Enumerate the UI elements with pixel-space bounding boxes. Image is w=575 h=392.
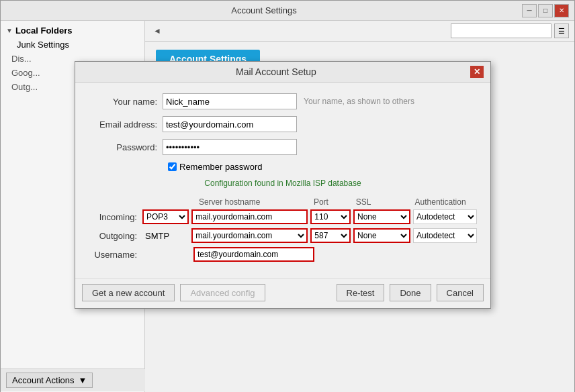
outgoing-server-row: Outgoing: SMTP mail.yourdomain.com 587 4… [89,228,477,243]
buttons-right: Re-test Done Cancel [337,284,484,301]
sidebar-item-junk-settings[interactable]: Junk Settings [1,38,144,52]
done-label: Done [400,288,421,298]
sidebar-item-label: Junk Settings [17,40,69,50]
name-label: Your name: [89,97,163,107]
password-input[interactable] [163,139,297,155]
incoming-label: Incoming: [89,212,142,222]
back-arrow-icon[interactable]: ◄ [150,25,164,37]
outgoing-port-select[interactable]: 587 465 25 [310,228,351,243]
advanced-config-label: Advanced config [190,288,255,298]
outgoing-auth-select[interactable]: Autodetect Normal password [413,228,477,243]
form-row-name: Your name: Your name, as shown to others [89,93,477,109]
mail-account-setup-modal: Mail Account Setup ✕ Your name: Your nam… [75,61,491,309]
sidebar-item-label: Local Folders [15,26,73,36]
username-label: Username: [89,250,142,260]
tree-expand-icon: ▼ [6,27,13,34]
modal-title: Mail Account Setup [82,66,470,77]
main-window: Account Settings ─ □ ✕ ▼ Local Folders J… [0,0,575,392]
search-input[interactable] [451,23,551,38]
cancel-button[interactable]: Cancel [437,284,484,301]
password-label: Password: [89,142,163,152]
incoming-hostname-input[interactable] [191,209,308,224]
email-input[interactable] [163,116,297,132]
modal-body: Your name: Your name, as shown to others… [75,83,490,278]
cancel-label: Cancel [447,288,474,298]
outgoing-label: Outgoing: [89,231,142,241]
incoming-port-select[interactable]: 110 995 [310,209,351,224]
account-actions-bar: Account Actions ▼ [1,369,145,391]
incoming-protocol-select[interactable]: POP3 IMAP [142,209,189,224]
incoming-server-row: Incoming: POP3 IMAP 110 995 None SSL/TLS… [89,209,477,224]
buttons-left: Get a new account Advanced config [82,284,265,301]
server-config-section: Server hostname Port SSL Authentication … [89,197,477,262]
name-input[interactable] [163,93,297,109]
minimize-button[interactable]: ─ [522,4,537,17]
email-label: Email address: [89,119,163,130]
toolbar-search: ☰ [451,23,569,38]
account-actions-button[interactable]: Account Actions ▼ [6,373,93,388]
done-button[interactable]: Done [390,284,431,301]
maximize-button[interactable]: □ [538,4,553,17]
col-header-protocol [149,197,199,207]
outgoing-hostname-select[interactable]: mail.yourdomain.com [191,228,308,243]
incoming-auth-select[interactable]: Autodetect Normal password [413,209,477,224]
sidebar-item-label: Outg... [11,82,38,92]
account-actions-arrow-icon: ▼ [79,375,87,385]
sidebar-item-local-folders[interactable]: ▼ Local Folders [1,23,144,38]
col-header-auth: Authentication [415,197,477,207]
outgoing-protocol-label: SMTP [142,231,189,241]
name-hint: Your name, as shown to others [304,97,414,106]
modal-close-button[interactable]: ✕ [470,66,484,78]
username-row: Username: [89,247,477,262]
title-bar: Account Settings ─ □ ✕ [1,1,574,21]
incoming-ssl-select[interactable]: None SSL/TLS STARTTLS [353,209,410,224]
col-header-hostname: Server hostname [199,197,314,207]
outgoing-ssl-select[interactable]: None SSL/TLS STARTTLS [353,228,410,243]
window-controls: ─ □ ✕ [522,4,569,17]
server-column-headers: Server hostname Port SSL Authentication [149,197,477,207]
col-header-port: Port [314,197,356,207]
retest-label: Re-test [347,288,375,298]
modal-title-bar: Mail Account Setup ✕ [75,62,490,83]
new-account-button[interactable]: Get a new account [82,284,175,301]
config-found-text: Configuration found in Mozilla ISP datab… [89,179,477,188]
toolbar: ◄ ☰ [145,21,574,42]
window-title: Account Settings [6,5,522,15]
form-row-email: Email address: [89,116,477,132]
account-actions-label: Account Actions [12,375,75,385]
username-input[interactable] [193,247,314,262]
remember-password-row: Remember password [168,162,477,172]
form-row-password: Password: [89,139,477,155]
col-header-ssl: SSL [356,197,415,207]
sidebar-item-label: Dis... [11,54,32,64]
menu-button[interactable]: ☰ [554,23,569,38]
advanced-config-button[interactable]: Advanced config [180,284,265,301]
remember-password-checkbox[interactable] [168,162,177,171]
sidebar-item-label: Goog... [11,68,40,78]
close-button[interactable]: ✕ [554,4,569,17]
modal-buttons: Get a new account Advanced config Re-tes… [75,278,490,308]
new-account-label: Get a new account [92,288,165,298]
retest-button[interactable]: Re-test [337,284,385,301]
remember-password-label: Remember password [179,162,263,172]
